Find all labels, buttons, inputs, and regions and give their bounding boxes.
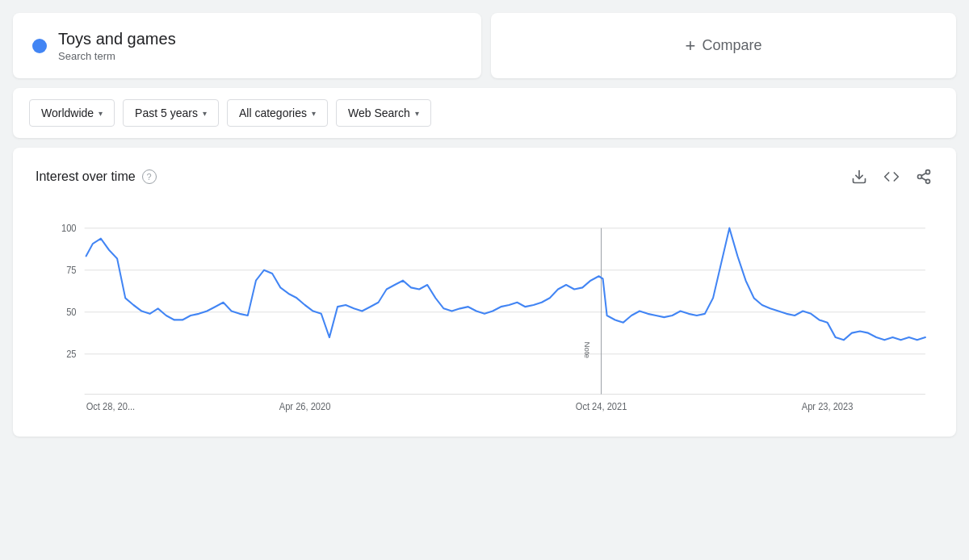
chart-title: Interest over time: [36, 169, 136, 184]
chart-header: Interest over time ?: [36, 167, 933, 186]
time-chevron-icon: ▾: [203, 109, 207, 118]
compare-label: Compare: [702, 37, 761, 54]
svg-text:Oct 28, 20...: Oct 28, 20...: [86, 402, 136, 412]
location-chevron-icon: ▾: [99, 109, 103, 118]
chart-actions: [849, 167, 933, 186]
location-label: Worldwide: [41, 107, 94, 119]
search-type-filter[interactable]: Web Search ▾: [336, 99, 431, 127]
svg-text:50: 50: [66, 307, 76, 317]
svg-text:100: 100: [61, 224, 77, 233]
category-chevron-icon: ▾: [312, 109, 316, 118]
search-term-title: Toys and games: [58, 29, 176, 48]
time-filter[interactable]: Past 5 years ▾: [123, 99, 219, 127]
term-color-indicator: [32, 39, 47, 53]
embed-icon[interactable]: [882, 167, 901, 186]
share-icon[interactable]: [914, 167, 933, 186]
search-term-label: Search term: [58, 50, 176, 62]
download-icon[interactable]: [849, 167, 869, 186]
compare-plus-icon: +: [686, 36, 696, 56]
chart-card: Interest over time ?: [13, 148, 956, 437]
compare-inner: + Compare: [686, 36, 762, 56]
help-icon[interactable]: ?: [142, 169, 157, 184]
compare-card[interactable]: + Compare: [491, 13, 956, 78]
svg-text:Oct 24, 2021: Oct 24, 2021: [576, 402, 627, 412]
svg-line-4: [921, 178, 926, 180]
search-term-info: Toys and games Search term: [58, 29, 176, 62]
svg-text:Apr 23, 2023: Apr 23, 2023: [802, 402, 854, 412]
svg-text:75: 75: [66, 265, 76, 275]
category-filter[interactable]: All categories ▾: [227, 99, 328, 127]
svg-line-5: [921, 173, 926, 175]
search-type-label: Web Search: [348, 107, 410, 119]
svg-text:Note: Note: [583, 342, 592, 359]
filters-bar: Worldwide ▾ Past 5 years ▾ All categorie…: [13, 88, 956, 138]
time-label: Past 5 years: [135, 107, 198, 119]
trend-chart: 100 75 50 25 Note Oct 28, 20... Apr 26, …: [36, 211, 933, 420]
search-term-card: Toys and games Search term: [13, 13, 481, 78]
chart-container: 100 75 50 25 Note Oct 28, 20... Apr 26, …: [36, 211, 933, 420]
svg-text:25: 25: [66, 349, 76, 359]
search-type-chevron-icon: ▾: [415, 109, 419, 118]
svg-text:Apr 26, 2020: Apr 26, 2020: [279, 402, 331, 412]
chart-title-area: Interest over time ?: [36, 169, 157, 184]
category-label: All categories: [239, 107, 307, 119]
location-filter[interactable]: Worldwide ▾: [29, 99, 115, 127]
